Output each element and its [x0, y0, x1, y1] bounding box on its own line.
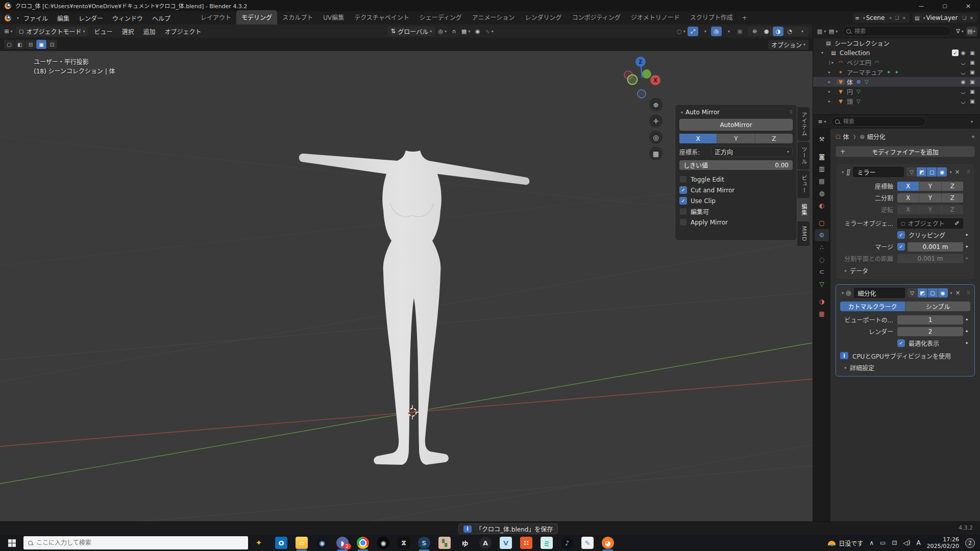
panel-collapse-icon[interactable]: ▾	[842, 170, 844, 174]
gizmos-dropdown[interactable]: ▾	[699, 27, 710, 36]
menu-item[interactable]: ファイル	[19, 14, 53, 22]
delete-modifier-icon[interactable]: ×	[955, 168, 960, 176]
tab-object[interactable]: ▢	[815, 217, 829, 229]
workspace-tab[interactable]: ジオメトリノード	[626, 10, 685, 24]
catmull-clark-button[interactable]: カトマルクラーク	[840, 302, 905, 311]
show-object-types-dropdown[interactable]: ◌▾	[676, 27, 687, 36]
app-grey-a[interactable]: A	[479, 535, 492, 550]
tab-texture[interactable]: ▩	[815, 308, 829, 320]
modifier-name-field[interactable]: ミラー	[853, 167, 904, 177]
modifier-extras-dropdown[interactable]: ▾	[950, 291, 952, 295]
tab-world[interactable]: ◐	[815, 199, 829, 212]
disclosure-icon[interactable]: ▸	[828, 89, 837, 94]
pan-hand-button[interactable]: ✛	[649, 114, 663, 128]
menu-item[interactable]: ヘルプ	[148, 14, 175, 22]
checkbox[interactable]	[679, 176, 687, 183]
select-mode-button[interactable]: ▢	[4, 40, 14, 49]
scene-selector[interactable]: ≡ ▾ Scene ⌖ ❏ ×	[853, 13, 910, 23]
app-steam-alt[interactable]: S	[418, 535, 431, 550]
tab-constraints[interactable]: ⊂	[815, 266, 829, 278]
add-workspace-button[interactable]: +	[738, 14, 751, 21]
render-camera-icon[interactable]: ▣	[968, 98, 977, 104]
outliner-filter-dropdown[interactable]: ▤▾	[828, 27, 839, 36]
ime-indicator[interactable]: A	[916, 539, 920, 546]
sidebar-tab[interactable]: アイテム	[797, 107, 810, 141]
optimal-display-checkbox[interactable]	[897, 339, 905, 347]
select-mode-button[interactable]: ⊡	[47, 40, 57, 49]
modifier-extras-dropdown[interactable]: ▾	[949, 170, 951, 174]
app-discord[interactable]: ◗ 2	[336, 535, 349, 550]
workspace-tab[interactable]: コンポジティング	[567, 10, 625, 24]
on-cage-toggle[interactable]: ▽	[908, 288, 918, 297]
app-note[interactable]: ♪	[560, 535, 574, 550]
visibility-eye-icon[interactable]: ◡	[959, 69, 968, 75]
outliner-row[interactable]: ∣ ▸ ◠ ベジエ円 ◠ ◡ ▣	[813, 58, 980, 67]
render-camera-icon[interactable]: ▣	[968, 69, 977, 75]
checkbox[interactable]	[679, 208, 687, 215]
camera-tray-icon[interactable]: ⊡	[892, 539, 897, 546]
network-icon[interactable]: ▭	[880, 539, 886, 546]
visibility-eye-icon[interactable]: ◡	[959, 89, 968, 94]
notification-center-badge[interactable]: 2	[965, 538, 975, 548]
maximize-button[interactable]: ▢	[933, 0, 957, 11]
shading-rendered-button[interactable]: ◔	[785, 27, 795, 36]
outliner-row[interactable]: ▸ ✶ アーマチュア ✶ ✶ ◡ ▣	[813, 67, 980, 77]
volume-icon[interactable]: ◁)	[903, 539, 910, 546]
mirror-axis-button[interactable]: Y	[717, 134, 755, 143]
checkbox[interactable]	[679, 186, 687, 194]
visibility-eye-icon[interactable]: ◡	[959, 60, 968, 65]
outliner-row[interactable]: ▾ ▤ Collection ✓ ◉ ▣	[813, 48, 980, 58]
realtime-toggle[interactable]: ▢	[927, 167, 937, 177]
workspace-tab[interactable]: レンダリング	[520, 10, 567, 24]
blender-menu-icon[interactable]	[5, 15, 11, 21]
tab-scene[interactable]: ◍	[815, 187, 829, 199]
properties-search[interactable]	[831, 116, 926, 127]
overlays-toggle[interactable]: ◎	[711, 27, 722, 36]
checkbox[interactable]	[679, 197, 687, 205]
workspace-tab[interactable]: レイアウト	[195, 10, 236, 24]
outliner-search[interactable]	[842, 26, 951, 36]
mirror-axis-z[interactable]: Z	[942, 182, 963, 191]
ortho-grid-button[interactable]: ▦	[649, 147, 663, 160]
tab-particles[interactable]: ∴	[815, 241, 829, 254]
collection-checkbox[interactable]: ✓	[952, 49, 959, 56]
menu-item[interactable]: ウィンドウ	[108, 14, 148, 22]
panel-collapse-icon[interactable]: ▾	[842, 291, 844, 295]
app-light-pen[interactable]: ✎	[581, 535, 594, 550]
tab-data[interactable]: ▽	[815, 278, 829, 290]
mirror-axis-button[interactable]: X	[679, 134, 717, 143]
properties-search-input[interactable]	[842, 118, 922, 126]
app-minecraft[interactable]: ▚	[438, 535, 451, 550]
sidebar-tab[interactable]: 編集	[797, 199, 810, 220]
disclosure-icon[interactable]: ▸	[828, 99, 837, 104]
visibility-eye-icon[interactable]: ◉	[959, 79, 968, 85]
mirror-axis-x[interactable]: X	[897, 182, 919, 191]
pin-icon[interactable]: ⌖	[889, 15, 892, 21]
mode-dropdown[interactable]: ▢ オブジェクトモード ▾	[16, 27, 88, 36]
app-obs[interactable]: ◉	[377, 535, 390, 550]
realtime-toggle[interactable]: ▢	[928, 288, 938, 297]
sidebar-tab[interactable]: MMD	[797, 221, 810, 246]
workspace-tab[interactable]: シェーディング	[414, 10, 467, 24]
outliner-search-input[interactable]	[853, 28, 947, 35]
options-dropdown[interactable]: オプション ▾	[768, 40, 808, 49]
tab-tool[interactable]: ⚒	[815, 133, 829, 145]
drag-grip-icon[interactable]: ⠿	[789, 110, 793, 115]
disclosure-icon[interactable]: ▾	[821, 51, 829, 55]
tab-viewlayer[interactable]: ▤	[815, 175, 829, 187]
pin-icon[interactable]: ⌖	[971, 133, 975, 140]
viewport-menu-item[interactable]: 追加	[139, 27, 160, 36]
viewport-menu-item[interactable]: ビュー	[89, 27, 117, 36]
bisect-axis-z[interactable]: Z	[942, 193, 963, 203]
sidebar-tab[interactable]: ビュー	[797, 170, 810, 198]
clipping-checkbox[interactable]	[897, 231, 905, 239]
overlays-dropdown[interactable]: ▾	[723, 27, 733, 36]
disclosure-icon[interactable]: ▸	[828, 80, 837, 84]
mirror-axis-button[interactable]: Z	[755, 134, 793, 143]
render-camera-icon[interactable]: ▣	[968, 50, 977, 56]
app-vroid[interactable]: V	[499, 535, 512, 550]
simple-button[interactable]: シンプル	[905, 302, 970, 311]
properties-editor-type-button[interactable]: ≡▾	[817, 117, 827, 127]
animate-dot[interactable]: •	[963, 316, 970, 323]
viewport-menu-item[interactable]: オブジェクト	[160, 27, 206, 36]
